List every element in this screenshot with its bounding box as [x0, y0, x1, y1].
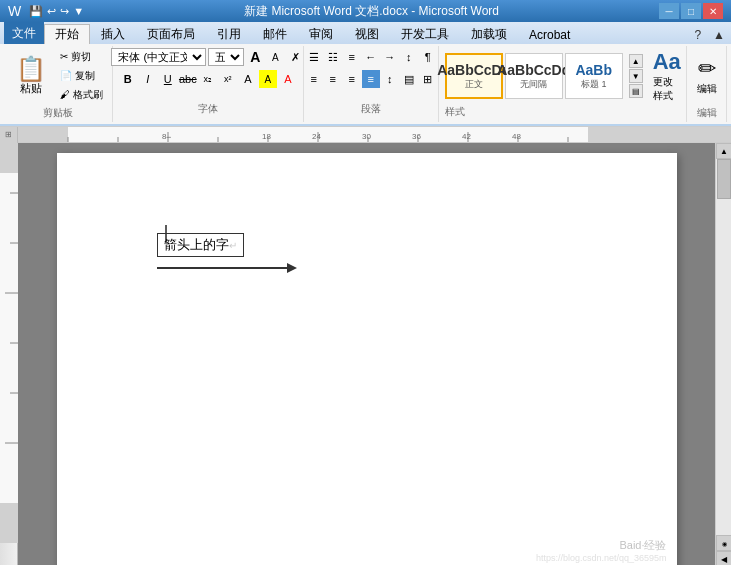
svg-rect-2 [68, 127, 588, 142]
font-name-select[interactable]: 宋体 (中文正文) [111, 48, 206, 66]
underline-button[interactable]: U [159, 70, 177, 88]
editing-group: ✏ 编辑 编辑 [687, 46, 727, 122]
styles-scroll-up[interactable]: ▲ [629, 54, 643, 68]
show-formatting-button[interactable]: ¶ [419, 48, 437, 66]
align-right-button[interactable]: ≡ [343, 70, 361, 88]
border-button[interactable]: ⊞ [419, 70, 437, 88]
tab-acrobat[interactable]: Acrobat [518, 24, 581, 44]
indent-decrease-button[interactable]: ← [362, 48, 380, 66]
minimize-button[interactable]: ─ [659, 3, 679, 19]
window-title: 新建 Microsoft Word 文档.docx - Microsoft Wo… [84, 3, 659, 20]
font-shrink-button[interactable]: A [266, 48, 284, 66]
watermark-line1: Baid·经验 [536, 538, 667, 553]
help-icon[interactable]: ? [688, 26, 707, 44]
ribbon-tabs: 文件 开始 插入 页面布局 引用 邮件 审阅 视图 开发工具 加载项 Acrob… [0, 22, 731, 44]
multilevel-button[interactable]: ≡ [343, 48, 361, 66]
svg-text:30: 30 [362, 132, 371, 141]
paste-icon: 📋 [16, 57, 46, 81]
svg-rect-22 [0, 143, 18, 173]
document-canvas[interactable]: 箭头上的字↵ Baid·经验 https://blog.csdn.net/qq_… [18, 143, 715, 565]
ruler-area: ⊞ − 8 18 24 30 36 [0, 127, 731, 143]
style-no-spacing-card[interactable]: AaBbCcDd 无间隔 [505, 53, 563, 99]
tab-developer[interactable]: 开发工具 [390, 24, 460, 44]
quick-undo-icon[interactable]: ↩ [47, 5, 56, 18]
format-painter-button[interactable]: 🖌 格式刷 [56, 86, 107, 104]
numbering-button[interactable]: ☷ [324, 48, 342, 66]
section-mark: ↵ [229, 240, 237, 251]
scroll-thumb[interactable] [717, 159, 731, 199]
scroll-select-browse-button[interactable]: ◉ [716, 535, 731, 551]
watermark-line2: https://blog.csdn.net/qq_36595m [536, 553, 667, 563]
vertical-scrollbar[interactable]: ▲ ◉ ◀ ▼ [715, 143, 731, 565]
highlight-button[interactable]: A [259, 70, 277, 88]
style-normal-label: 正文 [465, 78, 483, 91]
quick-save-icon[interactable]: 💾 [29, 5, 43, 18]
svg-rect-23 [0, 173, 18, 503]
shading-button[interactable]: ▤ [400, 70, 418, 88]
tab-insert[interactable]: 插入 [90, 24, 136, 44]
tab-page-layout[interactable]: 页面布局 [136, 24, 206, 44]
bullets-button[interactable]: ☰ [305, 48, 323, 66]
line-spacing-button[interactable]: ↕ [381, 70, 399, 88]
align-justify-button[interactable]: ≡ [362, 70, 380, 88]
text-effect-button[interactable]: A [239, 70, 257, 88]
font-grow-button[interactable]: A [246, 48, 264, 66]
align-left-button[interactable]: ≡ [305, 70, 323, 88]
close-button[interactable]: ✕ [703, 3, 723, 19]
clipboard-small-buttons: ✂ 剪切 📄 复制 🖌 格式刷 [56, 48, 107, 104]
sort-button[interactable]: ↕ [400, 48, 418, 66]
styles-expand[interactable]: ▤ [629, 84, 643, 98]
quick-redo-icon[interactable]: ↪ [60, 5, 69, 18]
title-bar-left: W 💾 ↩ ↪ ▼ [8, 3, 84, 19]
text-box[interactable]: 箭头上的字↵ [157, 233, 244, 257]
font-group-label: 字体 [198, 100, 218, 116]
clipboard-group: 📋 粘贴 ✂ 剪切 📄 复制 🖌 格式刷 剪贴板 [4, 46, 113, 122]
scroll-track[interactable] [716, 159, 731, 535]
font-color-button[interactable]: A [279, 70, 297, 88]
strikethrough-button[interactable]: abc [179, 70, 197, 88]
ribbon: 文件 开始 插入 页面布局 引用 邮件 审阅 视图 开发工具 加载项 Acrob… [0, 22, 731, 127]
subscript-button[interactable]: x₂ [199, 70, 217, 88]
clear-format-button[interactable]: ✗ [286, 48, 304, 66]
tab-addins[interactable]: 加载项 [460, 24, 518, 44]
svg-text:8: 8 [162, 132, 167, 141]
style-cards: AaBbCcDd 正文 AaBbCcDd 无间隔 AaBb 标题 1 [445, 53, 623, 99]
tab-references[interactable]: 引用 [206, 24, 252, 44]
indent-increase-button[interactable]: → [381, 48, 399, 66]
tab-home[interactable]: 开始 [44, 24, 90, 44]
word-logo-icon: W [8, 3, 21, 19]
paragraph-row1: ☰ ☷ ≡ ← → ↕ ¶ [305, 48, 437, 66]
scroll-up-button[interactable]: ▲ [716, 143, 731, 159]
quick-customize-icon[interactable]: ▼ [73, 5, 84, 17]
svg-text:18: 18 [262, 132, 271, 141]
scroll-prev-page-button[interactable]: ◀ [716, 551, 731, 565]
superscript-button[interactable]: x² [219, 70, 237, 88]
tab-review[interactable]: 审阅 [298, 24, 344, 44]
arrow-line [157, 267, 287, 269]
italic-button[interactable]: I [139, 70, 157, 88]
ruler-corner[interactable]: ⊞ [0, 127, 18, 143]
styles-scroll-down[interactable]: ▼ [629, 69, 643, 83]
paste-button[interactable]: 📋 粘贴 [10, 48, 52, 104]
copy-button[interactable]: 📄 复制 [56, 67, 107, 85]
style-heading1-card[interactable]: AaBb 标题 1 [565, 53, 623, 99]
align-center-button[interactable]: ≡ [324, 70, 342, 88]
change-styles-icon: Aa [653, 49, 681, 75]
bold-button[interactable]: B [119, 70, 137, 88]
tab-view[interactable]: 视图 [344, 24, 390, 44]
style-heading1-preview: AaBb [575, 62, 612, 78]
ribbon-minimize-icon[interactable]: ▲ [707, 26, 731, 44]
change-styles-button[interactable]: Aa 更改样式 [653, 49, 681, 103]
cut-button[interactable]: ✂ 剪切 [56, 48, 107, 66]
watermark: Baid·经验 https://blog.csdn.net/qq_36595m [536, 538, 667, 563]
font-size-select[interactable]: 五号 [208, 48, 244, 66]
svg-rect-24 [0, 503, 18, 543]
tab-file[interactable]: 文件 [4, 22, 44, 44]
document-page[interactable]: 箭头上的字↵ Baid·经验 https://blog.csdn.net/qq_… [57, 153, 677, 565]
maximize-button[interactable]: □ [681, 3, 701, 19]
style-normal-card[interactable]: AaBbCcDd 正文 [445, 53, 503, 99]
font-name-row: 宋体 (中文正文) 五号 A A ✗ [111, 48, 304, 66]
editing-group-label: 编辑 [697, 104, 717, 120]
tab-mailings[interactable]: 邮件 [252, 24, 298, 44]
window-controls: ─ □ ✕ [659, 3, 723, 19]
